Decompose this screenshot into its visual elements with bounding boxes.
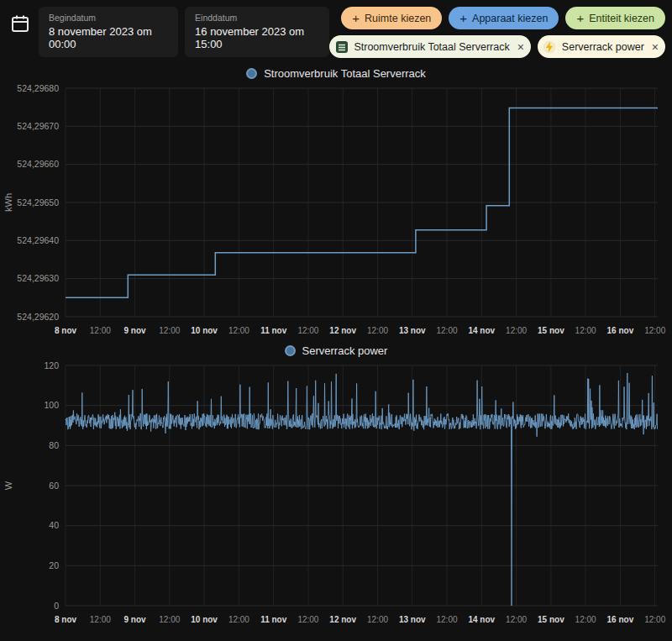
x-tick-label: 8 nov	[55, 326, 77, 335]
legend-dot	[246, 68, 257, 79]
x-tick-label: 12:00	[90, 326, 111, 335]
add-area-chip[interactable]: + Ruimte kiezen	[341, 7, 442, 29]
y-axis-unit-label: kWh	[3, 193, 13, 212]
plus-icon: +	[459, 12, 467, 24]
y-tick-label: 524,29650	[17, 197, 59, 208]
x-tick-label: 12:00	[436, 615, 457, 624]
picker-chip-row: + Ruimte kiezen + Apparaat kiezen + Enti…	[341, 7, 665, 29]
legend-label: Stroomverbruik Totaal Serverrack	[264, 67, 426, 80]
selected-entity-chip-row: Stroomverbruik Totaal Serverrack × Serve…	[329, 35, 665, 58]
x-tick-label: 12:00	[644, 326, 665, 335]
x-tick-label: 11 nov	[260, 326, 287, 335]
x-tick-label: 12:00	[159, 326, 180, 335]
y-tick-label: 120	[44, 360, 59, 370]
x-tick-label: 12:00	[90, 615, 111, 624]
y-tick-label: 524,29620	[17, 312, 59, 322]
y-tick-label: 524,29680	[17, 83, 59, 93]
y-axis-unit-label: W	[3, 481, 13, 490]
y-tick-label: 20	[49, 560, 59, 570]
x-tick-label: 12:00	[506, 615, 527, 624]
y-tick-label: 524,29640	[17, 235, 59, 245]
calendar-icon	[10, 13, 30, 34]
meter-icon	[334, 39, 349, 54]
calendar-button[interactable]	[8, 12, 32, 38]
chip-label: Stroomverbruik Totaal Serverrack	[354, 41, 509, 53]
chip-label: Ruimte kiezen	[365, 13, 431, 24]
y-tick-label: 40	[49, 520, 59, 530]
x-tick-label: 12:00	[644, 615, 665, 624]
legend-power[interactable]: Serverrack power	[0, 342, 672, 359]
x-tick-label: 9 nov	[124, 615, 147, 624]
x-tick-label: 12:00	[506, 326, 527, 335]
end-date-field[interactable]: Einddatum 16 november 2023 om 15:00	[185, 7, 329, 57]
header: Begindatum 8 november 2023 om 00:00 Eind…	[0, 0, 672, 60]
x-tick-label: 10 nov	[191, 615, 218, 624]
consumption-chart-block: 524,29620524,29630524,29640524,29650524,…	[0, 81, 672, 340]
y-tick-label: 524,29630	[17, 273, 59, 283]
date-range-controls: Begindatum 8 november 2023 om 00:00 Eind…	[8, 7, 329, 57]
x-tick-label: 12:00	[159, 615, 180, 624]
x-tick-label: 12:00	[297, 615, 318, 624]
bolt-icon	[543, 39, 557, 54]
x-tick-label: 13 nov	[399, 615, 426, 624]
x-tick-label: 12:00	[297, 326, 318, 335]
y-tick-label: 100	[44, 400, 59, 410]
x-tick-label: 14 nov	[468, 615, 495, 624]
x-tick-label: 12:00	[367, 615, 388, 624]
add-entity-chip[interactable]: + Entiteit kiezen	[565, 7, 665, 29]
y-tick-label: 60	[49, 481, 59, 491]
plus-icon: +	[352, 12, 360, 24]
remove-entity-icon[interactable]: ×	[649, 41, 659, 53]
start-date-field[interactable]: Begindatum 8 november 2023 om 00:00	[39, 7, 178, 57]
remove-entity-icon[interactable]: ×	[515, 41, 524, 53]
x-tick-label: 15 nov	[538, 326, 564, 335]
legend-consumption[interactable]: Stroomverbruik Totaal Serverrack	[0, 65, 672, 81]
chip-label: Apparaat kiezen	[472, 13, 548, 24]
y-tick-label: 0	[54, 601, 59, 611]
end-date-value: 16 november 2023 om 15:00	[195, 25, 316, 50]
x-tick-label: 16 nov	[607, 326, 634, 335]
add-device-chip[interactable]: + Apparaat kiezen	[449, 7, 559, 29]
x-tick-label: 12:00	[228, 615, 249, 624]
x-tick-label: 12:00	[575, 615, 596, 624]
x-tick-label: 15 nov	[538, 615, 564, 624]
x-tick-label: 14 nov	[468, 326, 495, 335]
y-tick-label: 524,29660	[17, 159, 59, 169]
consumption-chart[interactable]: 524,29620524,29630524,29640524,29650524,…	[0, 81, 672, 340]
x-tick-label: 12:00	[575, 326, 596, 335]
x-tick-label: 12:00	[367, 326, 388, 335]
start-date-label: Begindatum	[49, 13, 165, 23]
start-date-value: 8 november 2023 om 00:00	[49, 25, 165, 50]
x-tick-label: 16 nov	[607, 615, 634, 624]
x-tick-label: 12:00	[228, 326, 249, 335]
chip-label: Serverrack power	[562, 41, 644, 53]
x-tick-label: 11 nov	[260, 615, 287, 624]
x-tick-label: 10 nov	[191, 326, 218, 335]
plus-icon: +	[576, 12, 584, 24]
power-chart-block: 0204060801001208 nov12:009 nov12:0010 no…	[0, 359, 672, 629]
x-tick-label: 12 nov	[329, 615, 356, 624]
y-tick-label: 524,29670	[17, 121, 59, 131]
x-tick-label: 12:00	[436, 326, 457, 335]
end-date-label: Einddatum	[195, 13, 316, 23]
filter-chips: + Ruimte kiezen + Apparaat kiezen + Enti…	[329, 7, 665, 58]
selected-entity-chip-consumption[interactable]: Stroomverbruik Totaal Serverrack ×	[329, 35, 530, 58]
x-tick-label: 12 nov	[329, 326, 356, 335]
legend-dot	[285, 345, 296, 356]
x-tick-label: 13 nov	[399, 326, 426, 335]
y-tick-label: 80	[49, 440, 59, 450]
chip-label: Entiteit kiezen	[589, 13, 654, 24]
legend-label: Serverrack power	[302, 344, 388, 357]
series-line	[66, 373, 658, 606]
x-tick-label: 9 nov	[124, 326, 147, 335]
selected-entity-chip-power[interactable]: Serverrack power ×	[538, 35, 665, 58]
power-chart[interactable]: 0204060801001208 nov12:009 nov12:0010 no…	[0, 359, 672, 629]
x-tick-label: 8 nov	[55, 615, 77, 624]
